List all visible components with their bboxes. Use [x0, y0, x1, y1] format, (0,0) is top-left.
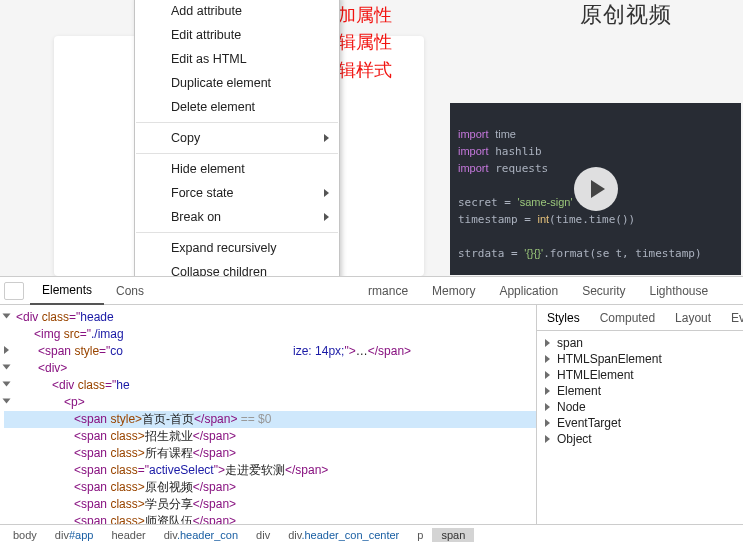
menu-edit-attribute[interactable]: Edit attribute: [135, 23, 339, 47]
tree-row-selected[interactable]: <span style>首页-首页</span> == $0: [4, 411, 536, 428]
prototype-chain-list: span HTMLSpanElement HTMLElement Element…: [537, 331, 743, 451]
triangle-icon: [545, 403, 550, 411]
menu-duplicate-element[interactable]: Duplicate element: [135, 71, 339, 95]
tab-lighthouse[interactable]: Lighthouse: [637, 277, 720, 305]
tree-row[interactable]: <span class>师资队伍</span>: [4, 513, 536, 524]
proto-item[interactable]: span: [541, 335, 739, 351]
menu-separator: [136, 232, 338, 233]
menu-force-state-label: Force state: [171, 186, 234, 200]
video-section-title: 原创视频: [580, 0, 672, 30]
tab-elements[interactable]: Elements: [30, 277, 104, 305]
proto-item[interactable]: HTMLElement: [541, 367, 739, 383]
video-code-preview[interactable]: import time import hashlib import reques…: [450, 103, 741, 275]
styles-sidebar: Styles Computed Layout Eve span HTMLSpan…: [537, 305, 743, 524]
tree-row[interactable]: <span class>学员分享</span>: [4, 496, 536, 513]
tree-row[interactable]: <p>: [4, 394, 536, 411]
tab-performance[interactable]: rmance: [356, 277, 420, 305]
menu-separator: [136, 122, 338, 123]
tree-row[interactable]: <div class="he: [4, 377, 536, 394]
chevron-right-icon: [324, 213, 329, 221]
menu-copy[interactable]: Copy: [135, 126, 339, 150]
tree-row[interactable]: <span class>招生就业</span>: [4, 428, 536, 445]
tree-row[interactable]: <img src="./imag: [4, 326, 536, 343]
triangle-icon: [545, 387, 550, 395]
menu-add-attribute[interactable]: Add attribute: [135, 0, 339, 23]
menu-delete-element[interactable]: Delete element: [135, 95, 339, 119]
chevron-right-icon: [324, 189, 329, 197]
crumb-span[interactable]: span: [432, 528, 474, 542]
tree-row[interactable]: <span class>所有课程</span>: [4, 445, 536, 462]
triangle-icon: [3, 382, 11, 387]
menu-separator: [136, 153, 338, 154]
menu-break-on-label: Break on: [171, 210, 221, 224]
triangle-icon: [4, 346, 9, 354]
devtools-tabs: Elements Cons rmance Memory Application …: [0, 277, 743, 305]
sidebar-tab-layout[interactable]: Layout: [665, 305, 721, 331]
triangle-icon: [545, 435, 550, 443]
triangle-icon: [3, 314, 11, 319]
triangle-icon: [545, 371, 550, 379]
proto-item[interactable]: Node: [541, 399, 739, 415]
tree-row[interactable]: <span style="coize: 14px;">…</span>: [4, 343, 536, 360]
tree-row[interactable]: <div class="heade: [4, 309, 536, 326]
proto-item[interactable]: HTMLSpanElement: [541, 351, 739, 367]
proto-item[interactable]: EventTarget: [541, 415, 739, 431]
crumb-header-con-center[interactable]: div.header_con_center: [279, 528, 408, 542]
crumb-body[interactable]: body: [4, 528, 46, 542]
crumb-header-con[interactable]: div.header_con: [155, 528, 247, 542]
elements-tree[interactable]: <div class="heade <img src="./imag <span…: [0, 305, 537, 524]
proto-item[interactable]: Element: [541, 383, 739, 399]
sidebar-tab-events[interactable]: Eve: [721, 305, 743, 331]
menu-expand-recursively[interactable]: Expand recursively: [135, 236, 339, 260]
crumb-div[interactable]: div: [247, 528, 279, 542]
menu-hide-element[interactable]: Hide element: [135, 157, 339, 181]
tree-row[interactable]: <span class>原创视频</span>: [4, 479, 536, 496]
tree-row[interactable]: <span class="activeSelect">走进爱软测</span>: [4, 462, 536, 479]
menu-break-on[interactable]: Break on: [135, 205, 339, 229]
tree-row[interactable]: <div>: [4, 360, 536, 377]
triangle-icon: [545, 355, 550, 363]
tab-application[interactable]: Application: [487, 277, 570, 305]
chevron-right-icon: [324, 134, 329, 142]
tab-memory[interactable]: Memory: [420, 277, 487, 305]
sidebar-tabs: Styles Computed Layout Eve: [537, 305, 743, 331]
crumb-header[interactable]: header: [102, 528, 154, 542]
proto-item[interactable]: Object: [541, 431, 739, 447]
breadcrumb: body div#app header div.header_con div d…: [0, 524, 743, 544]
triangle-icon: [545, 419, 550, 427]
tab-security[interactable]: Security: [570, 277, 637, 305]
devtools-body: <div class="heade <img src="./imag <span…: [0, 305, 743, 524]
crumb-p[interactable]: p: [408, 528, 432, 542]
sidebar-tab-computed[interactable]: Computed: [590, 305, 665, 331]
menu-edit-as-html[interactable]: Edit as HTML: [135, 47, 339, 71]
triangle-icon: [3, 365, 11, 370]
menu-copy-label: Copy: [171, 131, 200, 145]
triangle-icon: [545, 339, 550, 347]
triangle-icon: [3, 399, 11, 404]
tab-console[interactable]: Cons: [104, 277, 156, 305]
sidebar-tab-styles[interactable]: Styles: [537, 305, 590, 331]
menu-force-state[interactable]: Force state: [135, 181, 339, 205]
inspect-icon[interactable]: [4, 282, 24, 300]
devtools-panel: Elements Cons rmance Memory Application …: [0, 276, 743, 544]
video-play-button[interactable]: [574, 167, 618, 211]
crumb-app[interactable]: div#app: [46, 528, 103, 542]
